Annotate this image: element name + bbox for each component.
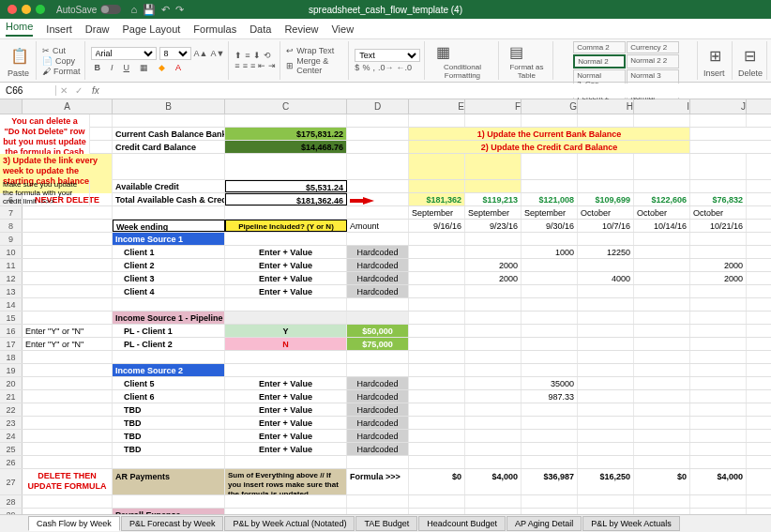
align-center-icon[interactable]: ≡ [243, 61, 248, 70]
confirm-icon[interactable]: ✓ [71, 85, 86, 96]
tab-view[interactable]: View [331, 23, 354, 35]
ribbon: 📋 Paste ✂Cut 📄Copy 🖌Format Arial8A▲A▼ BI… [0, 39, 771, 83]
col-D[interactable]: D [347, 99, 409, 114]
font-grow-icon[interactable]: A▲ [194, 49, 208, 58]
col-E[interactable]: E [409, 99, 465, 114]
font-color-icon[interactable]: A [172, 61, 185, 74]
undo-icon[interactable]: ↶ [161, 4, 170, 16]
cell-B6[interactable]: Total Available Cash & Credit [113, 193, 225, 205]
autosave-label: AutoSave [56, 5, 97, 15]
tab-pl-forecast[interactable]: P&L Forecast by Week [121, 516, 224, 531]
style-comma2[interactable]: Comma 2 [573, 41, 626, 53]
tab-insert[interactable]: Insert [46, 23, 72, 35]
align-top-icon[interactable]: ⬆ [234, 51, 242, 60]
maximize-window[interactable] [36, 5, 45, 14]
tab-headcount[interactable]: Headcount Budget [418, 516, 506, 531]
minimize-window[interactable] [22, 5, 31, 14]
tab-ap-aging[interactable]: AP Aging Detail [506, 516, 582, 531]
autosave-toggle[interactable] [100, 5, 121, 14]
percent-icon[interactable]: % [362, 63, 370, 72]
col-F[interactable]: F [465, 99, 522, 114]
merge-icon[interactable]: ⊞ [286, 61, 294, 70]
select-all-corner[interactable] [0, 99, 23, 114]
col-A[interactable]: A [23, 99, 113, 114]
cancel-icon[interactable]: ✕ [56, 85, 71, 96]
home-icon[interactable]: ⌂ [130, 4, 137, 16]
menu-bar: Home Insert Draw Page Layout Formulas Da… [0, 19, 771, 39]
window-titlebar: AutoSave ⌂ 💾 ↶ ↷ spreadsheet_cash_flow_t… [0, 0, 771, 19]
currency-icon[interactable]: $ [355, 63, 359, 72]
dec-inc-icon[interactable]: .0→ [378, 63, 394, 72]
copy-icon[interactable]: 📄 [42, 56, 53, 66]
style-normal2[interactable]: Normal 2 [573, 54, 626, 68]
tab-tae-budget[interactable]: TAE Budget [355, 516, 417, 531]
tab-page-layout[interactable]: Page Layout [123, 23, 181, 35]
redo-icon[interactable]: ↷ [175, 4, 184, 16]
fill-color-icon[interactable]: ◆ [155, 61, 169, 74]
tab-pl-actuals[interactable]: P&L by Week Actuals [582, 516, 680, 531]
note2[interactable]: 2) Update the Credit Card Balance [409, 141, 690, 153]
col-C[interactable]: C [225, 99, 347, 114]
tab-cash-flow[interactable]: Cash Flow by Week [28, 516, 120, 531]
conditional-formatting-icon[interactable]: ▦ [431, 41, 455, 62]
cell-E6[interactable]: $181,362 [409, 193, 465, 205]
note1[interactable]: 1) Update the Current Bank Balance [409, 128, 690, 140]
col-J[interactable]: J [690, 99, 747, 114]
formula-input[interactable] [105, 84, 771, 98]
format-as-table-icon[interactable]: ▤ [505, 41, 529, 62]
cell-C6[interactable]: $181,362.46 [225, 193, 347, 205]
save-icon[interactable]: 💾 [143, 4, 156, 16]
insert-cells-icon[interactable]: ⊞ [703, 43, 728, 68]
col-H[interactable]: H [578, 99, 634, 114]
sheet-tabs: Cash Flow by Week P&L Forecast by Week P… [0, 514, 771, 532]
cell-C5[interactable]: $5,531.24 [225, 180, 347, 192]
bold-button[interactable]: B [91, 61, 105, 74]
cell-B2[interactable]: Current Cash Balance Bank [113, 128, 225, 140]
col-G[interactable]: G [522, 99, 578, 114]
tab-review[interactable]: Review [284, 23, 318, 35]
tab-pl-actual-notated[interactable]: P&L by Week Actual (Notated) [224, 516, 355, 531]
formula-bar: C66 ✕ ✓ fx [0, 83, 771, 99]
indent-dec-icon[interactable]: ⇤ [258, 61, 265, 70]
align-mid-icon[interactable]: ≡ [245, 51, 249, 60]
style-currency2[interactable]: Currency 2 [627, 41, 679, 53]
align-left-icon[interactable]: ≡ [234, 61, 239, 70]
number-format-select[interactable]: Text [355, 49, 420, 62]
close-window[interactable] [8, 5, 17, 14]
comma-icon[interactable]: , [372, 63, 375, 72]
format-painter-icon[interactable]: 🖌 [42, 67, 51, 76]
wrap-icon[interactable]: ↩ [286, 46, 294, 55]
orientation-icon[interactable]: ⟲ [264, 51, 271, 60]
fx-label: fx [86, 85, 105, 96]
name-box[interactable]: C66 [0, 85, 56, 96]
tab-formulas[interactable]: Formulas [193, 23, 236, 35]
tab-data[interactable]: Data [249, 23, 271, 35]
cell-C3[interactable]: $14,468.76 [225, 141, 347, 153]
tab-draw[interactable]: Draw [85, 23, 110, 35]
paste-icon[interactable]: 📋 [8, 43, 32, 68]
col-B[interactable]: B [113, 99, 225, 114]
italic-button[interactable]: I [107, 61, 117, 74]
cell-C2[interactable]: $175,831.22 [225, 128, 347, 140]
cell-B3[interactable]: Credit Card Balance [113, 141, 225, 153]
cut-icon[interactable]: ✂ [42, 46, 50, 55]
spreadsheet-grid[interactable]: A B C D E F G H I J 1 You can delete a "… [0, 99, 771, 514]
dec-dec-icon[interactable]: ←.0 [396, 63, 412, 72]
font-select[interactable]: Arial [91, 47, 157, 60]
cell-B5[interactable]: Available Credit [113, 180, 225, 192]
style-normal22[interactable]: Normal 2 2 [627, 54, 679, 68]
delete-cells-icon[interactable]: ⊟ [738, 43, 763, 68]
cell-A4[interactable]: Make sure you update the formula with yo… [0, 180, 90, 206]
col-I[interactable]: I [634, 99, 690, 114]
align-bot-icon[interactable]: ⬇ [253, 51, 261, 60]
align-right-icon[interactable]: ≡ [250, 61, 255, 70]
arrow-icon [347, 193, 409, 205]
border-icon[interactable]: ▦ [136, 61, 152, 74]
font-size-select[interactable]: 8 [159, 47, 191, 60]
underline-button[interactable]: U [120, 61, 134, 74]
tab-home[interactable]: Home [6, 21, 33, 37]
paste-label: Paste [8, 68, 32, 78]
font-shrink-icon[interactable]: A▼ [210, 49, 224, 58]
indent-inc-icon[interactable]: ⇥ [268, 61, 276, 70]
